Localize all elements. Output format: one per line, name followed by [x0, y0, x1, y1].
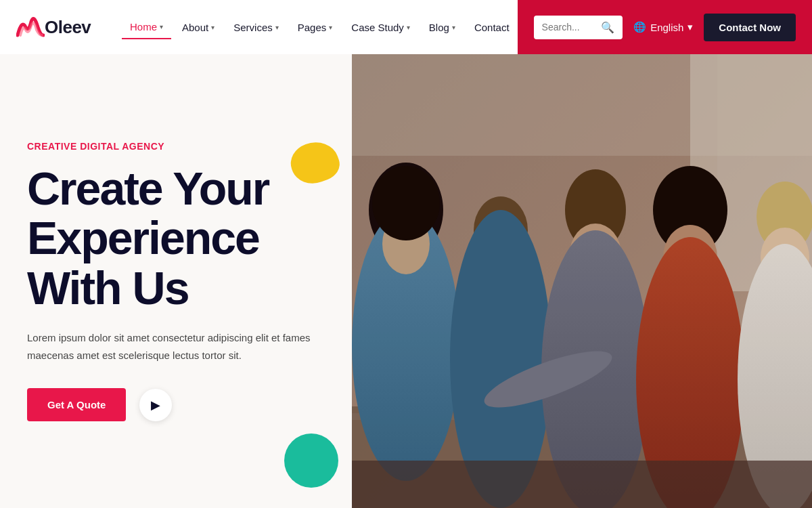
- search-button[interactable]: 🔍: [601, 21, 614, 34]
- language-selector[interactable]: 🌐 English ▾: [633, 21, 693, 33]
- nav-item-home[interactable]: Home ▾: [122, 16, 171, 39]
- nav-item-pages[interactable]: Pages ▾: [290, 16, 341, 39]
- main-nav: Home ▾ About ▾ Services ▾ Pages ▾ Case S…: [122, 16, 518, 39]
- search-box[interactable]: 🔍: [534, 16, 623, 39]
- logo-icon: [16, 16, 45, 38]
- hero-tag: Creative Digital Agency: [27, 141, 325, 152]
- chevron-down-icon: ▾: [407, 24, 410, 31]
- hero-section: Creative Digital Agency Create Your Expe…: [0, 54, 812, 508]
- globe-icon: 🌐: [633, 21, 646, 33]
- nav-item-contact[interactable]: Contact: [466, 16, 518, 39]
- nav-item-case-study[interactable]: Case Study ▾: [343, 16, 418, 39]
- chevron-down-icon: ▾: [329, 24, 332, 31]
- nav-item-services[interactable]: Services ▾: [225, 16, 287, 39]
- hero-people-illustration: [352, 54, 812, 508]
- chevron-down-icon: ▾: [211, 24, 215, 31]
- hero-actions: Get A Quote ▶: [27, 388, 325, 421]
- play-button[interactable]: ▶: [139, 389, 172, 421]
- hero-image-area: [352, 54, 812, 508]
- hero-title: Create Your Experience With Us: [27, 164, 325, 313]
- hero-description: Lorem ipsum dolor sit amet consectetur a…: [27, 329, 311, 364]
- logo-area[interactable]: Oleev: [0, 16, 122, 38]
- decorative-blob-green: [284, 433, 338, 488]
- logo-text: Oleev: [45, 17, 91, 38]
- get-quote-button[interactable]: Get A Quote: [27, 388, 126, 421]
- contact-now-button[interactable]: Contact Now: [704, 14, 796, 41]
- nav-item-blog[interactable]: Blog ▾: [421, 16, 464, 39]
- header: Oleev Home ▾ About ▾ Services ▾ Pages ▾ …: [0, 0, 812, 54]
- chevron-down-icon: ▾: [275, 24, 279, 31]
- header-right: 🔍 🌐 English ▾ Contact Now: [518, 0, 812, 54]
- nav-item-about[interactable]: About ▾: [174, 16, 223, 39]
- chevron-down-icon: ▾: [160, 23, 163, 30]
- search-input[interactable]: [542, 22, 599, 33]
- chevron-down-icon: ▾: [452, 24, 455, 31]
- hero-image-simulation: [352, 54, 812, 508]
- svg-rect-27: [352, 54, 812, 508]
- chevron-down-icon: ▾: [687, 21, 693, 33]
